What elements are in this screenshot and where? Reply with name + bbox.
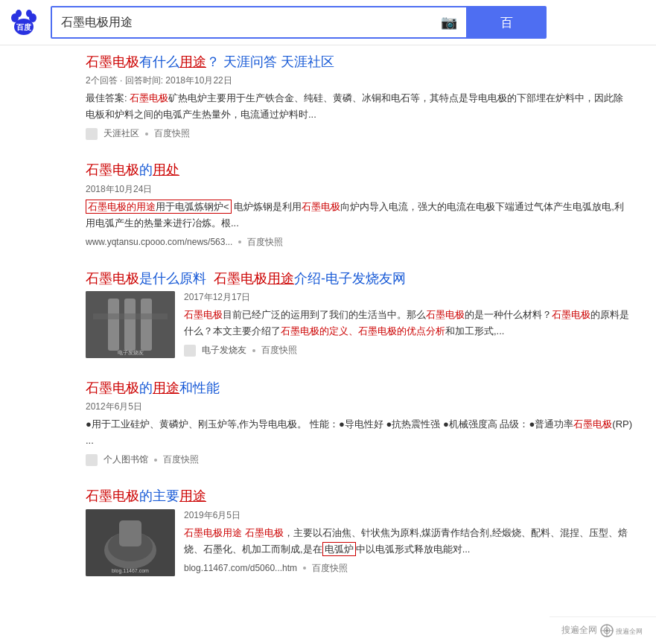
result-meta: 2012年6月5日 (86, 401, 633, 413)
kuaizhao[interactable]: 百度快照 (154, 127, 190, 140)
title-normal: 有什么 (139, 54, 179, 69)
result-thumbnail: blog.11467.com (86, 509, 175, 576)
kuaizhao[interactable]: 百度快照 (163, 453, 199, 466)
baidu-logo: 百度 (7, 6, 40, 39)
source-name: 天涯社区 (104, 127, 139, 140)
source-name: 个人图书馆 (104, 453, 148, 466)
result-meta: 2017年12月17日 (184, 291, 633, 304)
result-title[interactable]: 石墨电极的用途和性能 (86, 379, 633, 398)
result-item: 石墨电极的用途和性能 2012年6月5日 ●用于工业硅炉、黄磷炉、刚玉炉等,作为… (86, 379, 633, 466)
result-meta: 2019年6月5日 (184, 509, 633, 522)
result-snippet: ●用于工业硅炉、黄磷炉、刚玉炉等,作为导电电极。 性能：●导电性好 ●抗热震性强… (86, 416, 633, 449)
result-with-image: blog.11467.com 2019年6月5日 石墨电极用途 石墨电极，主要以… (86, 509, 633, 576)
red-box-snippet2: 电弧炉 (322, 542, 356, 556)
svg-rect-15 (119, 520, 141, 546)
title-normal2: ？ 天涯问答 天涯社区 (206, 54, 334, 69)
red-box-snippet: 石墨电极的用途用于电弧炼钢炉< (86, 200, 232, 214)
svg-rect-9 (141, 299, 152, 351)
result-content: 2019年6月5日 石墨电极用途 石墨电极，主要以石油焦、针状焦为原料,煤沥青作… (184, 509, 633, 576)
source-name: 电子发烧友 (202, 344, 246, 357)
camera-icon[interactable]: 📷 (432, 14, 466, 31)
result-source: blog.11467.com/d5060...htm 百度快照 (184, 562, 633, 575)
result-meta: 2018年10月24日 (86, 183, 633, 196)
source-dot (252, 349, 255, 352)
result-snippet: 石墨电极的用途用于电弧炼钢炉< 电炉炼钢是利用石墨电极向炉内导入电流，强大的电流… (86, 199, 633, 232)
svg-rect-10 (93, 313, 168, 319)
title-highlight: 石墨电极 (86, 54, 139, 69)
kuaizhao[interactable]: 百度快照 (312, 562, 348, 575)
title-highlight2: 用途 (179, 54, 206, 69)
result-with-image: 电子发烧友 2017年12月17日 石墨电极目前已经广泛的运用到了我们的生活当中… (86, 291, 633, 358)
result-source: www.yqtansu.cpooo.com/news/563... 百度快照 (86, 236, 633, 249)
result-snippet: 石墨电极目前已经广泛的运用到了我们的生活当中。那么石墨电极的是一种什么材料？石墨… (184, 307, 633, 339)
header: 百度 📷 百 (0, 0, 656, 45)
result-title[interactable]: 石墨电极有什么用途？ 天涯问答 天涯社区 (86, 53, 633, 71)
source-url: www.yqtansu.cpooo.com/news/563... (86, 237, 232, 247)
kuaizhao[interactable]: 百度快照 (247, 236, 283, 249)
source-url: blog.11467.com/d5060...htm (184, 563, 297, 573)
source-dot (303, 567, 306, 570)
source-logo (86, 128, 98, 140)
result-thumbnail: 电子发烧友 (86, 291, 175, 358)
result-meta: 2个回答 · 回答时间: 2018年10月22日 (86, 74, 633, 87)
result-title[interactable]: 石墨电极的主要用途 (86, 487, 633, 506)
result-title[interactable]: 石墨电极是什么原料 石墨电极用途介绍-电子发烧友网 (86, 270, 633, 288)
results-container: 石墨电极有什么用途？ 天涯问答 天涯社区 2个回答 · 回答时间: 2018年1… (0, 45, 640, 605)
source-dot (154, 459, 157, 462)
svg-text:百度: 百度 (16, 23, 32, 31)
result-title[interactable]: 石墨电极的用处 (86, 161, 633, 179)
result-item: 石墨电极的主要用途 blog.11467.com 2019年6月5日 石墨电 (86, 487, 633, 576)
result-source: 天涯社区 百度快照 (86, 127, 633, 140)
search-button[interactable]: 百 (466, 6, 547, 39)
svg-point-4 (26, 10, 32, 17)
source-logo (86, 454, 98, 466)
result-image: 电子发烧友 (86, 291, 175, 358)
svg-rect-7 (108, 299, 119, 351)
result-item: 石墨电极是什么原料 石墨电极用途介绍-电子发烧友网 电子发烧友 (86, 270, 633, 358)
result-content: 2017年12月17日 石墨电极目前已经广泛的运用到了我们的生活当中。那么石墨电… (184, 291, 633, 358)
result-image: blog.11467.com (86, 509, 175, 576)
svg-point-3 (16, 10, 22, 17)
source-dot (145, 133, 148, 136)
logo-area: 百度 (7, 6, 43, 39)
svg-text:电子发烧友: 电子发烧友 (118, 350, 144, 355)
result-item: 石墨电极的用处 2018年10月24日 石墨电极的用途用于电弧炼钢炉< 电炉炼钢… (86, 161, 633, 248)
svg-text:blog.11467.com: blog.11467.com (112, 568, 149, 574)
result-snippet: 石墨电极用途 石墨电极，主要以石油焦、针状焦为原料,煤沥青作结合剂,经煅烧、配料… (184, 525, 633, 558)
result-snippet: 最佳答案: 石墨电极矿热电炉主要用于生产铁合金、纯硅、黄磷、冰铜和电石等，其特点… (86, 90, 633, 123)
kuaizhao[interactable]: 百度快照 (261, 344, 297, 357)
result-item: 石墨电极有什么用途？ 天涯问答 天涯社区 2个回答 · 回答时间: 2018年1… (86, 53, 633, 140)
source-logo (184, 345, 196, 357)
search-input[interactable] (52, 7, 432, 37)
source-dot (238, 240, 241, 243)
svg-rect-8 (124, 299, 136, 351)
result-source: 个人图书馆 百度快照 (86, 453, 633, 466)
result-source: 电子发烧友 百度快照 (184, 344, 633, 357)
search-bar: 📷 (51, 6, 468, 39)
